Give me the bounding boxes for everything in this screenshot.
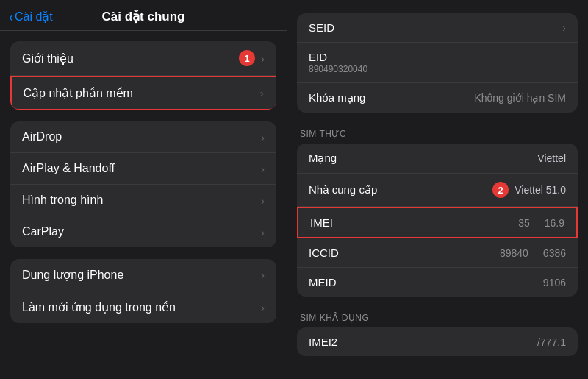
khoa-mang-label: Khóa mạng [309, 91, 365, 105]
badge-1: 1 [239, 50, 255, 66]
chevron-right-icon: › [261, 194, 265, 207]
hinh-label: Hình trong hình [22, 194, 103, 207]
row-left: Giới thiệu [22, 52, 74, 65]
mang-value: Viettel [537, 152, 566, 164]
settings-row-airplay[interactable]: AirPlay & Handoff › [10, 153, 276, 185]
badge-2: 2 [492, 182, 509, 198]
lam-moi-label: Làm mới ứng dụng trong nền [22, 300, 176, 314]
nav-header: ‹ Cài đặt Cài đặt chung [0, 0, 287, 31]
meid-value: 9106 [543, 277, 566, 288]
settings-row-carplay[interactable]: CarPlay › [10, 216, 276, 247]
info-row-eid: EID 890490320040 [297, 43, 578, 83]
airplay-label: AirPlay & Handoff [22, 162, 115, 175]
info-row-seid: SEID › [297, 13, 578, 43]
nha-cung-cap-label: Nhà cung cấp [309, 183, 377, 196]
settings-group-2: AirDrop › AirPlay & Handoff › Hình trong… [10, 121, 276, 247]
chevron-right-icon: › [261, 301, 265, 314]
info-row-mang: Mạng Viettel [297, 144, 578, 174]
mang-label: Mạng [309, 152, 337, 165]
chevron-right-icon: › [261, 52, 265, 65]
iccid-value2: 6386 [543, 247, 566, 259]
settings-row-lam-moi[interactable]: Làm mới ứng dụng trong nền › [10, 291, 276, 323]
back-label: Cài đặt [15, 10, 53, 24]
chevron-right-icon: › [260, 87, 264, 99]
chevron-right-icon: › [562, 22, 566, 34]
imei2-label: IMEI2 [309, 336, 337, 348]
info-row-khoa-mang: Khóa mạng Không giới hạn SIM [297, 83, 578, 113]
khoa-mang-value: Không giới hạn SIM [474, 92, 566, 104]
cap-nhat-label: Cập nhật phần mềm [24, 86, 133, 100]
imei-value2: 16.9 [545, 217, 564, 229]
dung-luong-label: Dung lượng iPhone [22, 268, 123, 282]
settings-row-dung-luong[interactable]: Dung lượng iPhone › [10, 259, 276, 291]
eid-label: EID [309, 51, 368, 63]
settings-row-cap-nhat[interactable]: Cập nhật phần mềm › [10, 76, 276, 110]
row-left: Cập nhật phần mềm [24, 86, 133, 100]
chevron-right-icon: › [261, 226, 265, 238]
meid-label: MEID [309, 276, 337, 288]
info-group-top: SEID › EID 890490320040 Khóa mạng Không … [297, 13, 578, 113]
info-row-iccid: ICCID 89840 6386 [297, 238, 578, 268]
airdrop-label: AirDrop [22, 130, 62, 144]
right-panel: SEID › EID 890490320040 Khóa mạng Không … [287, 0, 588, 379]
back-button[interactable]: ‹ Cài đặt [9, 10, 53, 24]
page-title: Cài đặt chung [102, 9, 185, 24]
info-group-sim2: IMEI2 /777.1 [297, 327, 578, 356]
info-row-imei: IMEI 35 16.9 [297, 207, 578, 238]
chevron-right-icon: › [261, 163, 265, 175]
chevron-right-icon: › [261, 131, 265, 144]
iccid-label: ICCID [309, 247, 339, 259]
iccid-value1: 89840 [500, 247, 528, 259]
nha-cung-cap-value: Viettel 51.0 [514, 184, 566, 196]
info-group-sim: Mạng Viettel Nhà cung cấp 2 Viettel 51.0… [297, 144, 578, 297]
imei-label: IMEI [310, 216, 333, 229]
settings-group-1: Giới thiệu 1 › Cập nhật phần mềm › [10, 41, 276, 110]
settings-row-airdrop[interactable]: AirDrop › [10, 121, 276, 153]
carplay-label: CarPlay [22, 225, 64, 238]
info-row-meid: MEID 9106 [297, 268, 578, 297]
settings-row-gioi-thieu[interactable]: Giới thiệu 1 › [10, 41, 276, 76]
sim-thuc-header: SIM THỰC [297, 124, 578, 144]
right-content: SEID › EID 890490320040 Khóa mạng Không … [287, 7, 588, 379]
left-content: Giới thiệu 1 › Cập nhật phần mềm › AirDr… [0, 31, 287, 379]
imei2-value: /777.1 [537, 336, 566, 348]
sim-kha-dung-header: SIM KHẢ DỤNG [297, 308, 578, 327]
info-row-imei2: IMEI2 /777.1 [297, 327, 578, 356]
chevron-right-icon: › [261, 269, 265, 281]
imei-value1: 35 [518, 217, 530, 229]
chevron-left-icon: ‹ [9, 10, 13, 24]
left-panel: ‹ Cài đặt Cài đặt chung Giới thiệu 1 › C… [0, 0, 287, 379]
eid-value: 890490320040 [309, 64, 368, 74]
gioi-thieu-label: Giới thiệu [22, 52, 74, 65]
seid-label: SEID [309, 21, 334, 34]
settings-row-hinh[interactable]: Hình trong hình › [10, 185, 276, 216]
eid-stack: EID 890490320040 [309, 51, 368, 74]
settings-group-3: Dung lượng iPhone › Làm mới ứng dụng tro… [10, 259, 276, 323]
info-row-nha-cung-cap: Nhà cung cấp 2 Viettel 51.0 [297, 174, 578, 207]
